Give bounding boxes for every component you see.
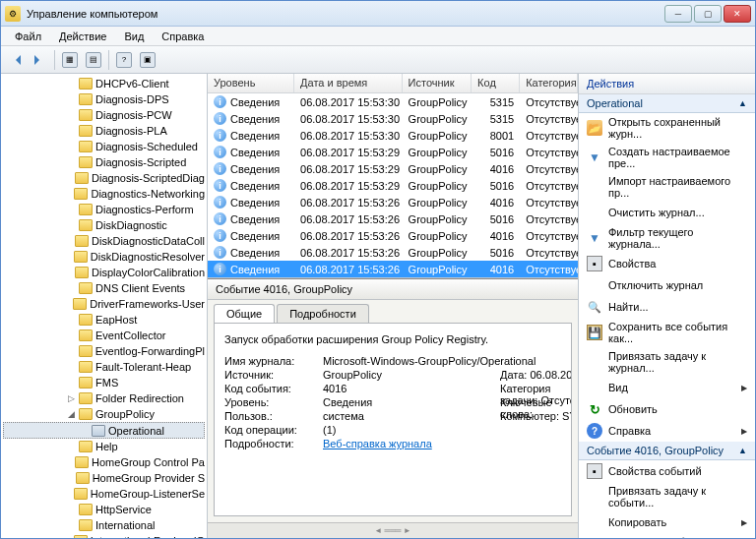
tree-node[interactable]: Diagnosis-ScriptedDiag (3, 170, 205, 186)
action-item[interactable]: ?Справка▶ (579, 420, 755, 442)
tree-node[interactable]: Operational (3, 422, 205, 439)
action-item[interactable]: ▼Фильтр текущего журнала... (579, 223, 755, 253)
action-item[interactable]: Импорт настраиваемого пр... (579, 172, 755, 202)
expand-icon[interactable] (66, 505, 77, 515)
tree-node[interactable]: International (3, 517, 205, 533)
forward-button[interactable] (29, 49, 50, 71)
tab-details[interactable]: Подробности (277, 304, 369, 323)
tree-node[interactable]: Diagnosis-PCW (3, 107, 205, 123)
tree-node[interactable]: Diagnostics-Networking (3, 186, 205, 202)
expand-icon[interactable] (66, 362, 77, 373)
grid-header[interactable]: УровеньДата и времяИсточникКод со...Кате… (208, 74, 578, 93)
action-item[interactable]: 📂Открыть сохраненный журн... (579, 113, 755, 143)
table-row[interactable]: iСведения06.08.2017 15:53:29GroupPolicy5… (208, 177, 578, 194)
maximize-button[interactable]: ▢ (694, 5, 722, 23)
expand-icon[interactable] (62, 252, 72, 263)
tree-node[interactable]: DiskDiagnosticResolver (3, 249, 205, 265)
toolbar-btn-1[interactable]: ▦ (59, 49, 81, 71)
expand-icon[interactable] (63, 473, 73, 484)
expand-icon[interactable] (66, 220, 77, 231)
expand-icon[interactable] (66, 126, 77, 137)
tree-node[interactable]: FMS (3, 375, 205, 390)
expand-icon[interactable] (66, 157, 77, 168)
table-row[interactable]: iСведения06.08.2017 15:53:30GroupPolicy8… (208, 127, 578, 144)
table-row[interactable]: iСведения06.08.2017 15:53:26GroupPolicy4… (208, 261, 578, 277)
action-item[interactable]: ▪Свойства (579, 253, 755, 274)
expand-icon[interactable] (66, 378, 77, 389)
minimize-button[interactable]: ─ (664, 5, 692, 23)
expand-icon[interactable] (66, 520, 77, 531)
toolbar-btn-2[interactable]: ▤ (83, 49, 104, 71)
tree-node[interactable]: HomeGroup Provider S (3, 470, 205, 486)
action-item[interactable]: Отключить журнал (579, 274, 755, 296)
expand-icon[interactable] (66, 110, 77, 121)
tree-node[interactable]: DNS Client Events (3, 280, 205, 296)
column-header[interactable]: Код со... (472, 74, 520, 92)
nav-tree[interactable]: DHCPv6-Client Diagnosis-DPS Diagnosis-PC… (1, 74, 208, 538)
expand-icon[interactable] (66, 205, 77, 215)
expand-icon[interactable] (66, 94, 77, 105)
toolbar-btn-3[interactable]: ? (113, 49, 135, 71)
column-header[interactable]: Уровень (208, 74, 294, 92)
column-header[interactable]: Дата и время (294, 74, 403, 92)
action-item[interactable]: Очистить журнал... (579, 202, 755, 223)
table-row[interactable]: iСведения06.08.2017 15:53:26GroupPolicy5… (208, 210, 578, 227)
menu-action[interactable]: Действие (51, 29, 114, 44)
tree-node[interactable]: ▷Folder Redirection (3, 390, 205, 406)
table-row[interactable]: iСведения06.08.2017 15:53:26GroupPolicy4… (208, 194, 578, 210)
action-item[interactable]: 💾Сохранить выбранные соб... (579, 533, 755, 538)
expand-icon[interactable] (62, 189, 72, 200)
action-item[interactable]: 💾Сохранить все события как... (579, 318, 755, 347)
titlebar[interactable]: ⚙ Управление компьютером ─ ▢ ✕ (1, 1, 755, 27)
expand-icon[interactable] (66, 315, 77, 326)
tree-node[interactable]: HomeGroup Control Pa (3, 454, 205, 470)
expand-icon[interactable] (66, 142, 77, 152)
tree-node[interactable]: Diagnostics-Perform (3, 202, 205, 217)
tree-node[interactable]: International-RegionalO (3, 533, 205, 538)
expand-icon[interactable] (62, 489, 72, 500)
expand-icon[interactable] (66, 330, 77, 341)
menu-file[interactable]: Файл (7, 29, 49, 44)
expand-icon[interactable] (63, 457, 73, 468)
expand-icon[interactable] (66, 79, 77, 90)
menu-help[interactable]: Справка (154, 29, 212, 44)
expand-icon[interactable] (66, 442, 77, 452)
tree-node[interactable]: Eventlog-ForwardingPl (3, 343, 205, 359)
tree-node[interactable]: Help (3, 439, 205, 454)
action-item[interactable]: Привязать задачу к журнал... (579, 347, 755, 377)
tree-node[interactable]: Diagnosis-DPS (3, 91, 205, 107)
tree-node[interactable]: Diagnosis-Scheduled (3, 139, 205, 154)
tree-node[interactable]: DHCPv6-Client (3, 76, 205, 91)
table-row[interactable]: iСведения06.08.2017 15:53:26GroupPolicy5… (208, 244, 578, 261)
action-item[interactable]: ↻Обновить (579, 398, 755, 420)
table-row[interactable]: iСведения06.08.2017 15:53:29GroupPolicy4… (208, 160, 578, 177)
tree-node[interactable]: DriverFrameworks-User (3, 296, 205, 312)
tree-node[interactable]: DisplayColorCalibration (3, 265, 205, 280)
horizontal-scrollbar[interactable]: ◄ ═══ ► (208, 522, 578, 538)
tree-node[interactable]: Fault-Tolerant-Heap (3, 359, 205, 375)
actions-section-2[interactable]: Событие 4016, GroupPolicy▲ (579, 442, 755, 460)
expand-icon[interactable] (61, 299, 71, 310)
close-button[interactable]: ✕ (724, 5, 751, 23)
tree-node[interactable]: HomeGroup-ListenerSe (3, 486, 205, 502)
expand-icon[interactable] (63, 236, 73, 247)
toolbar-btn-4[interactable]: ▣ (137, 49, 158, 71)
expand-icon[interactable] (66, 283, 77, 294)
expand-icon[interactable] (79, 425, 90, 436)
tree-node[interactable]: HttpService (3, 502, 205, 517)
action-item[interactable]: Привязать задачу к событи... (579, 482, 755, 511)
menu-view[interactable]: Вид (116, 29, 152, 44)
tree-node[interactable]: Diagnosis-PLA (3, 123, 205, 139)
back-button[interactable] (5, 49, 27, 71)
action-item[interactable]: ▪Свойства событий (579, 460, 755, 482)
actions-section-1[interactable]: Operational▲ (579, 94, 755, 113)
expand-icon[interactable] (63, 268, 73, 278)
tree-node[interactable]: Diagnosis-Scripted (3, 154, 205, 170)
expand-icon[interactable]: ▷ (66, 393, 77, 404)
action-item[interactable]: ▼Создать настраиваемое пре... (579, 143, 755, 172)
expand-icon[interactable] (62, 536, 72, 539)
table-row[interactable]: iСведения06.08.2017 15:53:30GroupPolicy5… (208, 110, 578, 127)
tree-node[interactable]: DiskDiagnosticDataColl (3, 233, 205, 249)
table-row[interactable]: iСведения06.08.2017 15:53:26GroupPolicy4… (208, 227, 578, 244)
table-row[interactable]: iСведения06.08.2017 15:53:29GroupPolicy5… (208, 144, 578, 160)
